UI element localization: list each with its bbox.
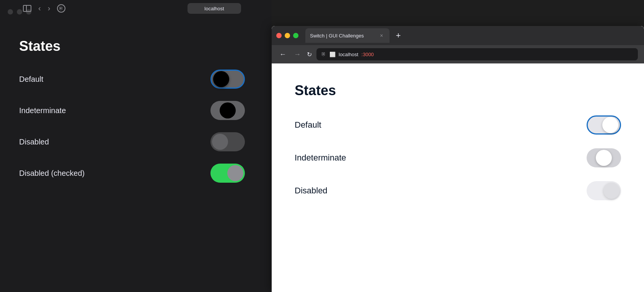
dark-label-disabled: Disabled [19,138,49,146]
bg-toolbar: ‹ › ⛨ [23,4,65,13]
sidebar-toggle-icon [23,5,31,12]
tab-title: Switch | GUI Challenges [310,33,375,39]
light-row-default: Default [295,115,621,135]
dark-switch-disabled [210,132,245,151]
dark-row-indeterminate: Indeterminate [19,101,253,120]
address-bar[interactable]: ⛨ ⬜ localhost:3000 [316,48,638,60]
dark-switch-indeterminate-knob [220,102,236,118]
tab-bar: Switch | GUI Challenges × + [272,26,644,45]
dark-row-disabled-checked: Disabled (checked) [19,164,253,183]
bg-shield-icon: ⛨ [57,4,65,13]
dark-label-indeterminate: Indeterminate [19,106,66,115]
document-icon: ⬜ [329,52,336,57]
dark-switch-disabled-checked-knob [227,165,243,181]
light-row-disabled: Disabled [295,181,621,200]
bg-address-bar: localhost [187,3,241,14]
bg-forward-button[interactable]: › [48,4,51,13]
dark-switch-indeterminate[interactable] [210,101,245,120]
back-button[interactable]: ← [278,49,288,60]
address-icons: ⛨ ⬜ [321,51,336,57]
shield-icon: ⛨ [321,51,327,57]
new-tab-button[interactable]: + [393,30,404,41]
reload-button[interactable]: ↻ [307,51,312,58]
light-switch-disabled [587,181,621,200]
dark-browser-pane: ‹ › ⛨ localhost States Default Indetermi… [0,0,272,292]
light-switch-indeterminate-knob [596,150,612,166]
dark-label-default: Default [19,75,43,84]
page-content: States Default Indeterminate Disabled [272,63,644,292]
maximize-button[interactable] [293,33,298,38]
dark-switch-default-knob [213,71,229,87]
minimize-button[interactable] [285,33,290,38]
address-url-base: localhost [339,52,358,57]
dark-row-default: Default [19,70,253,89]
light-section-title: States [295,83,621,99]
dark-switch-disabled-knob [212,134,228,150]
forward-button[interactable]: → [292,49,302,60]
bg-close-button [8,9,13,15]
nav-bar: ← → ↻ ⛨ ⬜ localhost:3000 [272,45,644,63]
light-switch-default-knob [602,117,618,133]
browser-window: Switch | GUI Challenges × + ← → ↻ ⛨ ⬜ lo… [272,26,644,292]
close-button[interactable] [276,33,282,38]
address-url-port: :3000 [361,52,374,57]
light-switch-indeterminate[interactable] [587,148,621,167]
dark-label-disabled-checked: Disabled (checked) [19,169,85,178]
dark-content-area: States Default Indeterminate Disabled Di… [0,23,272,292]
tab-close-button[interactable]: × [378,32,385,39]
light-label-default: Default [295,120,321,130]
bg-back-button[interactable]: ‹ [38,4,41,13]
light-label-disabled: Disabled [295,186,328,196]
traffic-lights [276,33,298,38]
dark-switch-default[interactable] [210,70,245,89]
light-switch-disabled-knob [603,183,620,199]
dark-switch-disabled-checked [210,164,245,183]
bg-minimize-button [17,9,22,15]
dark-row-disabled: Disabled [19,132,253,151]
light-row-indeterminate: Indeterminate [295,148,621,167]
bg-url-text: localhost [204,6,224,11]
light-switch-default[interactable] [587,115,621,135]
active-tab[interactable]: Switch | GUI Challenges × [305,28,390,43]
light-label-indeterminate: Indeterminate [295,153,346,163]
dark-section-title: States [19,38,253,54]
